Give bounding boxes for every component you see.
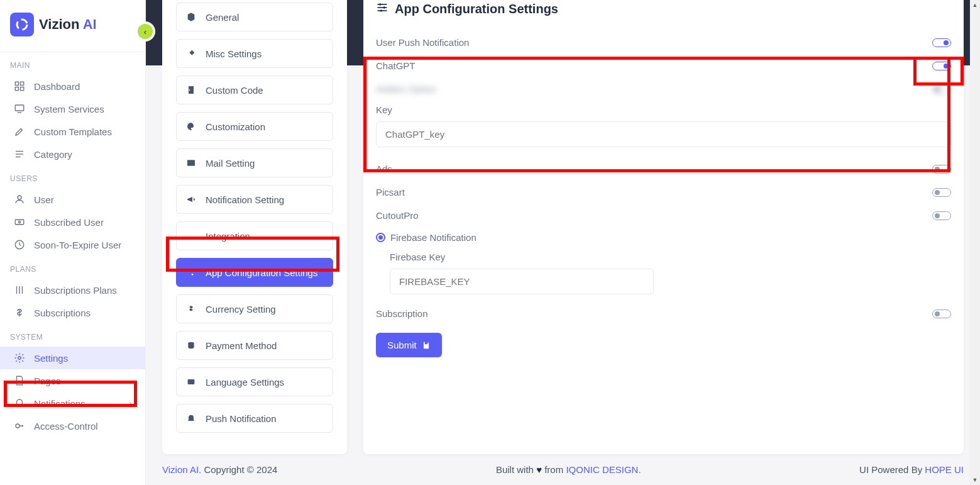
list-icon	[14, 148, 25, 160]
svg-point-0	[17, 20, 27, 30]
nav-dashboard[interactable]: Dashboard	[0, 75, 145, 98]
svg-point-18	[16, 424, 19, 428]
footer-built: Built with ♥ from IQONIC DESIGN.	[496, 464, 641, 475]
row-chatgpt: ChatGPT	[376, 54, 951, 77]
toggle-user-push[interactable]	[932, 38, 951, 47]
tools-icon	[185, 48, 197, 59]
toggle-cutoutpro[interactable]	[932, 211, 951, 220]
nav-subscriptions[interactable]: Subscriptions	[0, 301, 145, 324]
main: General Misc Settings Custom Code Custom…	[146, 0, 980, 485]
sidebar-collapse-button[interactable]: ‹	[138, 24, 153, 39]
clock-icon	[14, 239, 25, 250]
settings-integration[interactable]: Integration	[176, 221, 333, 250]
label-chatgpt: ChatGPT	[376, 60, 416, 71]
panel-title: App Configuration Settings	[376, 1, 951, 17]
nav-subscription-plans[interactable]: Subscriptions Plans	[0, 279, 145, 301]
gear-icon	[14, 352, 25, 364]
svg-rect-11	[15, 220, 24, 225]
settings-app-configuration[interactable]: App Configuration Settings	[176, 258, 333, 287]
label-picsart: Picsart	[376, 187, 405, 198]
label-user-push: User Push Notification	[376, 37, 469, 48]
svg-point-10	[18, 196, 21, 199]
nav-system-services[interactable]: System Services	[0, 98, 145, 120]
svg-rect-4	[21, 87, 24, 91]
footer-iqonic-link[interactable]: IQONIC DESIGN.	[566, 464, 641, 475]
settings-sliders-icon	[185, 267, 197, 278]
firebase-key-section: Firebase Key	[376, 248, 951, 302]
language-icon	[185, 376, 197, 387]
file-icon	[14, 375, 25, 386]
nav-notifications[interactable]: Notifications›	[0, 392, 145, 415]
settings-currency[interactable]: Currency Setting	[176, 294, 333, 323]
label-cutoutpro: CutoutPro	[376, 210, 419, 221]
toggle-subscription[interactable]	[932, 309, 951, 318]
svg-rect-2	[21, 82, 24, 85]
dollar-icon	[14, 307, 25, 318]
nav-category[interactable]: Category	[0, 143, 145, 165]
svg-rect-32	[378, 7, 387, 8]
settings-custom-code[interactable]: Custom Code	[176, 75, 333, 104]
footer-brand-link[interactable]: Vizion AI.	[162, 464, 201, 475]
row-user-push: User Push Notification	[376, 31, 951, 54]
settings-menu-panel: General Misc Settings Custom Code Custom…	[162, 0, 347, 454]
toggle-chatgpt[interactable]	[932, 62, 951, 70]
input-firebase-key[interactable]	[390, 269, 654, 294]
nav-expire-user[interactable]: Soon-To-Expire User	[0, 233, 145, 256]
submit-button[interactable]: Submit	[376, 333, 442, 357]
bell-solid-icon	[185, 413, 197, 424]
brand-name: Vizion AI	[39, 16, 97, 33]
sidebar: Vizion AI ‹ MAIN Dashboard System Servic…	[0, 0, 146, 485]
cube-icon	[185, 11, 197, 23]
toggle-picsart[interactable]	[932, 188, 951, 197]
dollar-sign-icon	[185, 303, 197, 315]
code-file-icon	[185, 84, 197, 96]
footer-hopeui-link[interactable]: HOPE UI	[925, 464, 964, 475]
settings-language[interactable]: Language Settings	[176, 367, 333, 396]
row-picsart: Picsart	[376, 181, 951, 204]
chevron-right-icon: ›	[129, 399, 131, 408]
footer-copyright: Vizion AI. Copyright © 2024	[162, 464, 277, 475]
radio-firebase[interactable]	[376, 233, 385, 242]
settings-notification[interactable]: Notification Setting	[176, 185, 333, 214]
svg-rect-5	[15, 105, 24, 111]
row-hidden: Hidden Option	[376, 77, 951, 101]
label-ads: Ads	[376, 164, 392, 174]
svg-rect-1	[15, 82, 18, 85]
brand-logo-icon	[10, 13, 34, 36]
label-firebase-key: Firebase Key	[390, 252, 951, 262]
svg-rect-3	[15, 87, 18, 91]
row-firebase[interactable]: Firebase Notification	[376, 227, 951, 248]
row-ads: Ads	[376, 157, 951, 181]
svg-point-26	[189, 269, 191, 271]
scroll-up-icon[interactable]: ▲	[970, 0, 980, 10]
nav-subscribed-user[interactable]: Subscribed User	[0, 211, 145, 233]
config-panel: App Configuration Settings User Push Not…	[363, 0, 964, 454]
input-chatgpt-key[interactable]	[376, 121, 951, 147]
settings-push-notification[interactable]: Push Notification	[176, 404, 333, 433]
scrollbar[interactable]: ▲ ▼	[970, 0, 980, 485]
nav-user[interactable]: User	[0, 188, 145, 211]
nav-pages[interactable]: Pages	[0, 369, 145, 392]
scroll-down-icon[interactable]: ▼	[970, 475, 980, 485]
settings-general[interactable]: General	[176, 3, 333, 31]
toggle-ads[interactable]	[932, 165, 951, 174]
key-icon	[14, 420, 25, 432]
footer-ui: UI Powered By HOPE UI	[859, 464, 964, 475]
nav-section-users: USERS	[0, 165, 145, 188]
svg-rect-31	[378, 4, 387, 5]
key-section: Key	[376, 104, 951, 147]
settings-payment-method[interactable]: Payment Method	[176, 331, 333, 360]
toggle-hidden[interactable]	[932, 85, 951, 94]
logo-area: Vizion AI ‹	[0, 0, 145, 52]
coins-icon	[185, 340, 197, 351]
nav-section-system: SYSTEM	[0, 324, 145, 347]
nav-settings[interactable]: Settings	[0, 347, 145, 369]
settings-customization[interactable]: Customization	[176, 112, 333, 141]
svg-point-12	[19, 221, 21, 223]
nav-access-control[interactable]: Access-Control	[0, 415, 145, 437]
nav-custom-templates[interactable]: Custom Templates	[0, 120, 145, 143]
bell-icon	[14, 398, 25, 409]
svg-point-17	[18, 357, 21, 360]
settings-mail[interactable]: Mail Setting	[176, 148, 333, 177]
settings-misc[interactable]: Misc Settings	[176, 39, 333, 68]
